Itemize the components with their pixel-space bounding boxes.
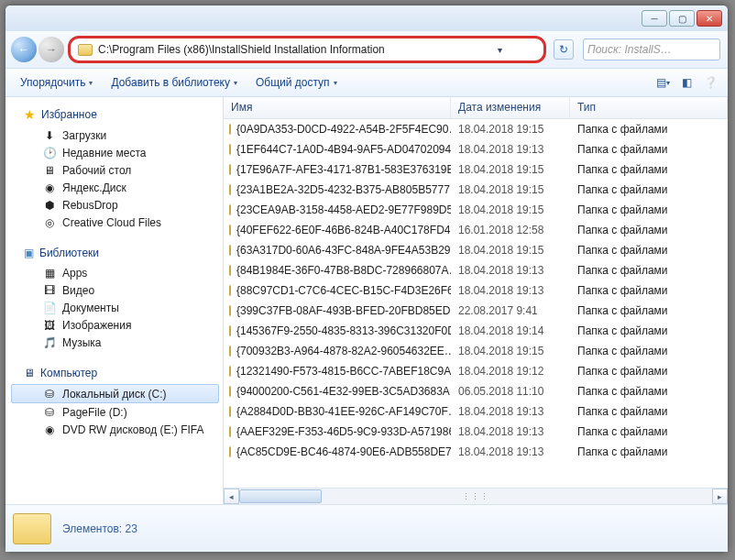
libraries-icon: ▣ bbox=[24, 247, 34, 259]
computer-item-1[interactable]: ⛁PageFile (D:) bbox=[11, 403, 219, 421]
libraries-item-4[interactable]: 🎵Музыка bbox=[11, 334, 219, 351]
tree-item-label: Недавние места bbox=[62, 147, 146, 159]
file-name: {AAEF329E-F353-46D5-9C9-933D-A5719860… bbox=[236, 425, 451, 438]
file-date: 18.04.2018 19:12 bbox=[451, 365, 570, 378]
hdd-icon: ⛁ bbox=[42, 405, 57, 419]
file-list[interactable]: {0A9DA353-D0CD-4922-A54B-2F5F4EC90…18.04… bbox=[224, 119, 728, 488]
file-name: {94000200-C561-4E32-99EB-3C5AD3683A… bbox=[236, 385, 451, 398]
favorites-item-1[interactable]: 🕑Недавние места bbox=[11, 144, 219, 161]
file-row[interactable]: {A2884D0D-BB30-41EE-926C-AF149C70F…18.04… bbox=[224, 401, 728, 422]
folder-icon bbox=[229, 446, 231, 457]
file-row[interactable]: {23CEA9AB-3158-4458-AED2-9E77F989D5…18.0… bbox=[224, 200, 728, 220]
file-row[interactable]: {63A317D0-60A6-43FC-848A-9FE4A53B29…18.0… bbox=[224, 240, 728, 260]
file-row[interactable]: {84B1984E-36F0-47B8-B8DC-728966807A…18.0… bbox=[224, 260, 728, 280]
file-type: Папка с файлами bbox=[570, 163, 728, 176]
file-row[interactable]: {12321490-F573-4815-B6CC-7ABEF18C9A…18.0… bbox=[224, 361, 728, 381]
file-name: {23CEA9AB-3158-4458-AED2-9E77F989D5… bbox=[236, 203, 451, 216]
file-row[interactable]: {AAEF329E-F353-46D5-9C9-933D-A5719860…18… bbox=[224, 422, 728, 442]
help-button[interactable]: ❔ bbox=[700, 72, 720, 93]
tree-item-label: Creative Cloud Files bbox=[62, 216, 161, 229]
forward-button[interactable]: → bbox=[38, 37, 64, 62]
file-row[interactable]: {94000200-C561-4E32-99EB-3C5AD3683A…06.0… bbox=[224, 381, 728, 401]
libraries-item-3[interactable]: 🖼Изображения bbox=[11, 316, 219, 334]
file-row[interactable]: {AC85CD9E-BC46-4874-90E6-ADB558DE7…18.04… bbox=[224, 442, 728, 462]
rebus-icon: ⬢ bbox=[42, 198, 57, 212]
file-row[interactable]: {145367F9-2550-4835-8313-396C31320F0D}18… bbox=[224, 321, 728, 341]
organize-button[interactable]: Упорядочить▾ bbox=[13, 72, 100, 93]
close-button[interactable]: ✕ bbox=[697, 10, 722, 27]
file-row[interactable]: {23A1BE2A-32D5-4232-B375-AB805B5777…18.0… bbox=[224, 180, 728, 200]
file-type: Папка с файлами bbox=[570, 425, 728, 438]
add-to-library-button[interactable]: Добавить в библиотеку▾ bbox=[104, 72, 245, 93]
favorites-item-5[interactable]: ◎Creative Cloud Files bbox=[11, 214, 219, 231]
file-type: Папка с файлами bbox=[570, 244, 728, 257]
file-date: 18.04.2018 19:13 bbox=[451, 425, 570, 438]
folder-icon bbox=[229, 184, 231, 195]
file-row[interactable]: {40FEF622-6E0F-46B6-824B-A40C178FD4…16.0… bbox=[224, 220, 728, 240]
libraries-item-1[interactable]: 🎞Видео bbox=[11, 281, 219, 299]
libraries-item-0[interactable]: ▦Apps bbox=[11, 264, 219, 281]
favorites-item-0[interactable]: ⬇Загрузки bbox=[11, 126, 219, 144]
col-name[interactable]: Имя bbox=[224, 97, 451, 118]
file-name: {63A317D0-60A6-43FC-848A-9FE4A53B29… bbox=[236, 244, 451, 257]
scroll-track[interactable]: ⋮⋮⋮ bbox=[239, 489, 712, 504]
file-date: 18.04.2018 19:14 bbox=[451, 324, 570, 337]
tree-item-label: Видео bbox=[62, 284, 94, 297]
file-type: Папка с файлами bbox=[570, 143, 728, 156]
computer-item-0[interactable]: ⛁Локальный диск (C:) bbox=[11, 384, 219, 403]
col-type[interactable]: Тип bbox=[570, 97, 728, 118]
file-name: {40FEF622-6E0F-46B6-824B-A40C178FD4… bbox=[236, 224, 451, 236]
favorites-item-3[interactable]: ◉Яндекс.Диск bbox=[11, 179, 219, 196]
folder-icon bbox=[229, 305, 231, 316]
file-row[interactable]: {0A9DA353-D0CD-4922-A54B-2F5F4EC90…18.04… bbox=[224, 119, 728, 139]
refresh-button[interactable]: ↻ bbox=[554, 39, 574, 60]
favorites-item-2[interactable]: 🖥Рабочий стол bbox=[11, 161, 219, 179]
hscrollbar[interactable]: ◂ ⋮⋮⋮ ▸ bbox=[224, 488, 728, 504]
file-row[interactable]: {399C37FB-08AF-493B-BFED-20FBD85ED…22.08… bbox=[224, 301, 728, 321]
file-date: 18.04.2018 19:15 bbox=[451, 163, 570, 176]
address-bar[interactable]: C:\Program Files (x86)\InstallShield Ins… bbox=[68, 36, 546, 63]
sidebar: ★Избранное ⬇Загрузки🕑Недавние места🖥Рабо… bbox=[5, 97, 224, 504]
preview-pane-button[interactable]: ◧ bbox=[676, 72, 697, 93]
tree-item-label: Изображения bbox=[62, 319, 131, 332]
minimize-button[interactable]: ─ bbox=[642, 10, 667, 27]
file-date: 18.04.2018 19:13 bbox=[451, 264, 570, 277]
file-row[interactable]: {1EF644C7-1A0D-4B94-9AF5-AD04702094…18.0… bbox=[224, 139, 728, 159]
file-date: 18.04.2018 19:15 bbox=[451, 123, 570, 136]
file-type: Папка с файлами bbox=[570, 123, 728, 136]
favorites-group[interactable]: ★Избранное bbox=[11, 104, 219, 125]
col-date[interactable]: Дата изменения bbox=[451, 97, 570, 118]
docs-icon: 📄 bbox=[42, 301, 57, 314]
file-row[interactable]: {88C97CD1-C7C6-4CEC-B15C-F4D3E26F6…18.04… bbox=[224, 280, 728, 301]
search-input[interactable]: Поиск: InstallS… bbox=[583, 38, 720, 60]
scroll-thumb[interactable] bbox=[239, 489, 322, 503]
scroll-left-button[interactable]: ◂ bbox=[224, 489, 239, 504]
titlebar[interactable]: ─ ▢ ✕ bbox=[5, 5, 728, 31]
computer-item-2[interactable]: ◉DVD RW дисковод (E:) FIFA bbox=[11, 421, 219, 438]
scroll-grip-icon: ⋮⋮⋮ bbox=[462, 492, 489, 501]
tree-item-label: RebusDrop bbox=[62, 199, 118, 212]
file-type: Папка с файлами bbox=[570, 203, 728, 216]
file-row[interactable]: {700932B3-A964-4878-82A2-96054632EE…18.0… bbox=[224, 341, 728, 361]
file-date: 18.04.2018 19:15 bbox=[451, 244, 570, 257]
address-dropdown-icon[interactable]: ▾ bbox=[498, 45, 502, 55]
maximize-button[interactable]: ▢ bbox=[669, 10, 695, 27]
libraries-item-2[interactable]: 📄Документы bbox=[11, 299, 219, 316]
scroll-right-button[interactable]: ▸ bbox=[712, 489, 728, 504]
libraries-group[interactable]: ▣Библиотеки bbox=[11, 244, 219, 262]
file-name: {145367F9-2550-4835-8313-396C31320F0D} bbox=[236, 324, 451, 337]
file-type: Папка с файлами bbox=[570, 224, 728, 236]
view-button[interactable]: ▤ ▾ bbox=[653, 72, 673, 93]
hdd-icon: ⛁ bbox=[42, 387, 57, 401]
folder-icon bbox=[229, 426, 231, 437]
file-type: Папка с файлами bbox=[570, 264, 728, 277]
computer-group[interactable]: 🖥Компьютер bbox=[11, 364, 219, 382]
back-button[interactable]: ← bbox=[11, 37, 37, 62]
star-icon: ★ bbox=[24, 107, 36, 122]
file-row[interactable]: {17E96A7F-AFE3-4171-87B1-583E376319E8}18… bbox=[224, 159, 728, 180]
share-button[interactable]: Общий доступ▾ bbox=[248, 72, 345, 93]
tree-item-label: Локальный диск (C:) bbox=[62, 388, 167, 401]
favorites-item-4[interactable]: ⬢RebusDrop bbox=[11, 196, 219, 214]
toolbar: Упорядочить▾ Добавить в библиотеку▾ Общи… bbox=[5, 68, 728, 97]
tree-item-label: Рабочий стол bbox=[62, 164, 131, 177]
